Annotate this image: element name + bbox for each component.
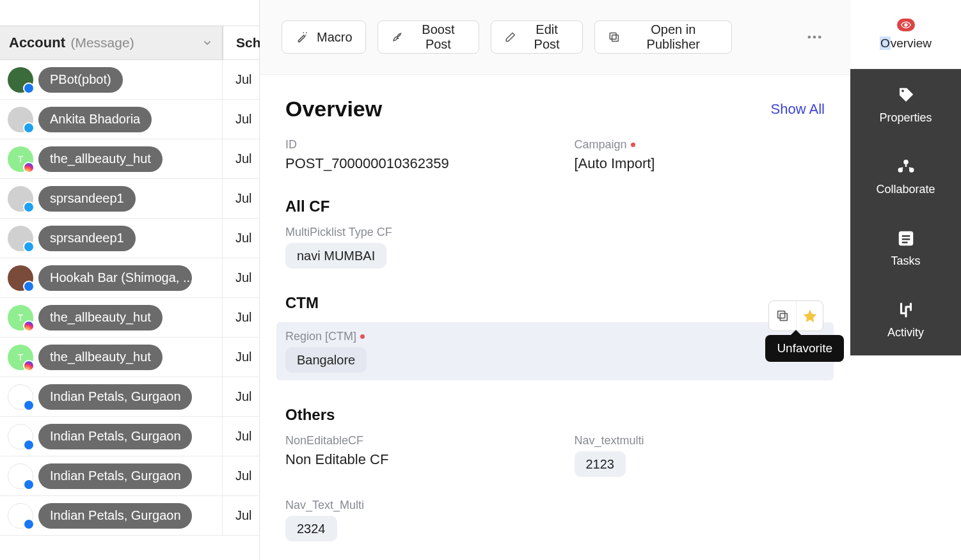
ig-badge-icon [23,360,35,371]
account-row[interactable]: Indian Petals, Gurgaon Jul [0,456,260,496]
account-row[interactable]: Hookah Bar (Shimoga, ... Jul [0,258,260,298]
rail-tab-collaborate[interactable]: Collaborate [850,141,961,212]
account-row[interactable]: T the_allbeauty_hut Jul [0,298,260,338]
field-label-navtextmulti-b: Nav_Text_Multi [285,499,536,512]
overview-content: Overview Show All ID POST_70000001036235… [260,75,850,560]
avatar: T [8,305,33,331]
account-row[interactable]: sprsandeep1 Jul [0,219,260,258]
account-chip: Ankita Bhadoria [38,107,152,132]
date-cell: Jul [223,60,260,99]
field-id: ID POST_700000010362359 [285,138,536,172]
tooltip-unfavorite: Unfavorite [765,335,844,362]
field-noneditablecf: NonEditableCF Non Editable CF [285,434,536,477]
account-cell: sprsandeep1 [0,179,223,218]
left-panel: Account (Message) Sch PBot(pbot) Jul Ank… [0,0,260,560]
rail-tab-activity[interactable]: Activity [850,284,961,355]
field-value-id: POST_700000010362359 [285,155,536,172]
external-icon [608,30,621,44]
copy-icon [775,309,790,323]
ig-badge-icon [23,320,35,332]
list-icon [896,229,916,248]
right-rail: Overview Properties Collaborate Tasks Ac… [850,0,961,560]
tw-badge-icon [23,241,35,253]
account-chip: the_allbeauty_hut [38,305,163,331]
field-label-navtextmulti-a: Nav_textmulti [575,434,825,447]
ig-badge-icon [23,162,35,173]
rail-tab-overview[interactable]: Overview [850,0,961,69]
more-menu-button[interactable] [801,22,829,52]
field-region-ctm[interactable]: Unfavorite Region [CTM] Bangalore [276,322,834,380]
avatar: T [8,146,33,172]
fb-badge-icon [23,82,35,94]
pill-bangalore[interactable]: Bangalore [285,347,367,373]
account-row[interactable]: T the_allbeauty_hut Jul [0,338,260,377]
rail-tab-properties[interactable]: Properties [850,69,961,141]
field-campaign: Campaign [Auto Import] [575,138,825,172]
activity-icon [896,300,916,320]
macro-button[interactable]: Macro [282,20,366,54]
avatar [8,226,33,251]
account-row[interactable]: Ankita Bhadoria Jul [0,100,260,139]
date-cell: Jul [223,139,260,178]
fb-badge-icon [23,479,35,490]
rail-tab-tasks[interactable]: Tasks [850,212,961,284]
svg-rect-5 [778,311,785,318]
account-chip: Indian Petals, Gurgaon [38,424,192,449]
account-cell: Indian Petals, Gurgaon [0,377,223,416]
account-cell: T the_allbeauty_hut [0,298,223,337]
pill-2123[interactable]: 2123 [575,451,626,477]
copy-button[interactable] [769,301,796,331]
pill-2324[interactable]: 2324 [285,516,337,541]
open-publisher-button[interactable]: Open in Publisher [594,20,732,54]
account-row[interactable]: Indian Petals, Gurgaon Jul [0,496,260,536]
account-chip: the_allbeauty_hut [38,345,163,370]
field-navtextmulti-b: Nav_Text_Multi 2324 [285,499,536,541]
account-row[interactable]: sprsandeep1 Jul [0,179,260,219]
account-cell: T the_allbeauty_hut [0,338,223,377]
account-row[interactable]: PBot(pbot) Jul [0,60,260,100]
date-cell: Jul [223,496,260,535]
account-column-header[interactable]: Account (Message) [0,26,223,60]
date-cell: Jul [223,456,260,495]
avatar [8,503,33,529]
svg-point-3 [813,36,816,39]
account-chip: sprsandeep1 [38,226,136,251]
tw-badge-icon [23,201,35,213]
fb-badge-icon [23,400,35,411]
boost-post-button[interactable]: Boost Post [377,20,479,54]
account-row[interactable]: T the_allbeauty_hut Jul [0,139,260,179]
tw-badge-icon [23,122,35,134]
svg-point-4 [818,36,822,39]
field-label-noneditable: NonEditableCF [285,434,536,447]
fb-badge-icon [23,281,35,292]
avatar [8,107,33,132]
date-cell: Jul [223,258,260,297]
account-cell: Indian Petals, Gurgaon [0,456,223,495]
pill-navi-mumbai[interactable]: navi MUMBAI [285,243,386,268]
account-row[interactable]: Indian Petals, Gurgaon Jul [0,417,260,456]
account-chip: sprsandeep1 [38,186,136,212]
toolbar: Macro Boost Post Edit Post Open in Publi… [260,0,850,75]
chevron-down-icon[interactable] [202,37,213,49]
rocket-icon [391,30,403,44]
account-row[interactable]: Indian Petals, Gurgaon Jul [0,377,260,417]
show-all-link[interactable]: Show All [771,101,825,118]
avatar [8,265,33,291]
svg-rect-13 [901,238,910,240]
field-label-multipicklist: MultiPicklist Type CF [285,226,825,239]
edit-post-button[interactable]: Edit Post [491,20,583,54]
field-value-noneditable: Non Editable CF [285,451,536,468]
field-label-campaign: Campaign [575,138,825,152]
tag-icon [896,86,916,105]
favorite-button[interactable] [796,301,823,331]
schedule-column-header[interactable]: Sch [223,26,260,60]
svg-rect-1 [612,35,619,42]
svg-rect-14 [901,242,907,244]
rail-label-overview: Overview [880,36,932,51]
field-label-region: Region [CTM] [285,330,825,343]
account-cell: PBot(pbot) [0,60,223,99]
svg-point-2 [808,36,811,39]
account-chip: the_allbeauty_hut [38,146,163,172]
avatar [8,424,33,449]
account-header-sublabel: (Message) [70,35,134,50]
